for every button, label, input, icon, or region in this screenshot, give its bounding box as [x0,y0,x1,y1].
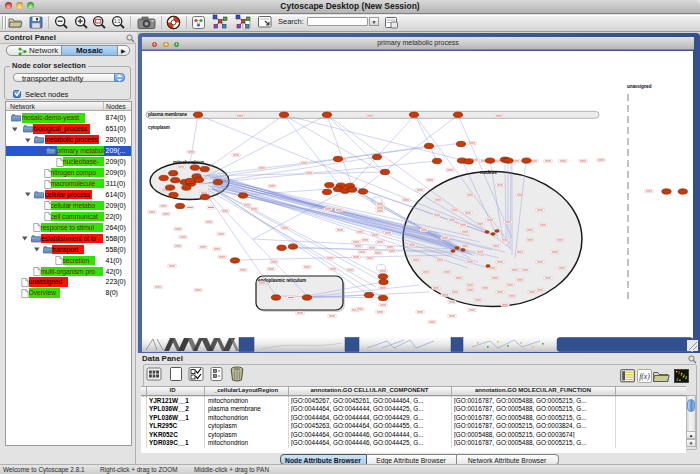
svg-text:plasma membrane: plasma membrane [148,112,187,117]
svg-text:1:1: 1:1 [114,19,121,24]
svg-text:f(x): f(x) [639,372,650,381]
svg-text:unassigned: unassigned [627,84,652,89]
svg-text:mitochondrion: mitochondrion [173,160,204,165]
svg-text:cytoplasm: cytoplasm [148,125,170,130]
